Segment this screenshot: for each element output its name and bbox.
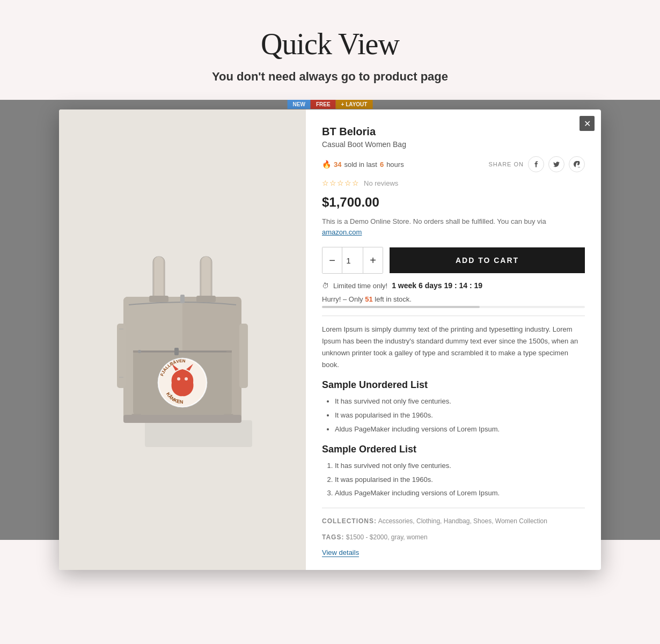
list-item: It was popularised in the 1960s. [335, 410, 585, 421]
share-facebook-button[interactable] [528, 156, 544, 172]
product-content-panel: BT Beloria Casual Boot Women Bag 🔥 34 so… [306, 109, 601, 570]
view-details-link[interactable]: View details [322, 548, 359, 557]
product-meta-row: 🔥 34 sold in last 6 hours SHARE ON [322, 156, 585, 172]
svg-point-23 [177, 377, 180, 380]
list-item: It has survived not only five centuries. [335, 460, 585, 472]
product-image: FJÄLLRÄVEN KÅNKEN [59, 109, 306, 570]
svg-rect-17 [239, 324, 248, 388]
no-reviews-text: No reviews [364, 179, 398, 187]
stock-fill [322, 306, 480, 308]
stock-row: Hurry! – Only 51 left in stock. [322, 295, 585, 308]
collections-label: COLLECTIONS: [322, 517, 377, 525]
sold-text: sold in last [344, 160, 377, 169]
page-header: Quick View You don't need always go to p… [0, 0, 660, 100]
timer-value: 1 week 6 days 19 : 14 : 19 [392, 281, 482, 290]
tab-badge-new[interactable]: NEW [288, 100, 311, 109]
sold-hours-unit: hours [386, 160, 404, 169]
list-item: Aldus PageMaker including versions of Lo… [335, 424, 585, 435]
tab-badge-layout[interactable]: + LAYOUT [336, 100, 373, 109]
demo-notice: This is a Demo Online Store. No orders s… [322, 216, 585, 237]
background-strip: NEW FREE + LAYOUT ✕ [0, 100, 660, 540]
list-item: It was popularised in the 1960s. [335, 474, 585, 486]
svg-point-24 [185, 377, 188, 380]
svg-rect-11 [202, 257, 210, 302]
tags-label: TAGS: [322, 533, 344, 541]
svg-rect-7 [174, 348, 179, 355]
star-rating: ☆☆☆☆☆ [322, 179, 360, 187]
share-pinterest-button[interactable] [569, 156, 585, 172]
share-twitter-button[interactable] [548, 156, 564, 172]
sold-hours: 6 [380, 160, 384, 169]
svg-rect-0 [145, 420, 252, 447]
quantity-input[interactable] [342, 247, 363, 273]
stock-text: Hurry! – Only 51 left in stock. [322, 295, 585, 303]
modal-close-button[interactable]: ✕ [580, 116, 595, 131]
tab-badges: NEW FREE + LAYOUT [288, 100, 373, 109]
svg-rect-20 [180, 295, 185, 303]
stock-count: 51 [365, 295, 372, 303]
sold-count: 34 [334, 160, 341, 169]
ordered-list: It has survived not only five centuries.… [322, 460, 585, 499]
share-label: SHARE ON [489, 161, 524, 167]
page-title: Quick View [11, 27, 649, 61]
fire-icon: 🔥 [322, 160, 331, 169]
quick-view-modal: ✕ [59, 109, 601, 570]
quantity-decrease-button[interactable]: − [322, 247, 342, 273]
page-subtitle: You don't need always go to product page [11, 70, 649, 84]
unordered-list-heading: Sample Unordered List [322, 379, 585, 391]
backpack-illustration: FJÄLLRÄVEN KÅNKEN [91, 227, 274, 452]
product-price: $1,700.00 [322, 195, 585, 210]
list-item: Aldus PageMaker including versions of Lo… [335, 488, 585, 499]
timer-row: ⏱ Limited time only! 1 week 6 days 19 : … [322, 281, 585, 290]
sold-info: 🔥 34 sold in last 6 hours [322, 160, 404, 169]
svg-rect-27 [123, 415, 241, 423]
add-to-cart-button[interactable]: ADD TO CART [390, 247, 585, 273]
timer-label: Limited time only! [333, 282, 387, 290]
divider-2 [322, 508, 585, 508]
product-brand: BT Beloria [322, 126, 585, 138]
amazon-link[interactable]: amazon.com [322, 228, 362, 236]
unordered-list: It has survived not only five centuries.… [322, 396, 585, 435]
product-name: Casual Boot Women Bag [322, 140, 585, 149]
tags-row: TAGS: $1500 - $2000, gray, women [322, 532, 585, 544]
svg-rect-13 [196, 296, 216, 302]
clock-icon: ⏱ [322, 282, 329, 290]
collections-row: COLLECTIONS: Accessories, Clothing, Hand… [322, 516, 585, 528]
tab-badge-free[interactable]: FREE [311, 100, 336, 109]
quantity-increase-button[interactable]: + [363, 247, 383, 273]
collections-values: Accessories, Clothing, Handbag, Shoes, W… [378, 517, 547, 525]
divider [322, 316, 585, 316]
share-section: SHARE ON [489, 156, 585, 172]
svg-rect-14 [117, 324, 126, 388]
rating-row: ☆☆☆☆☆ No reviews [322, 179, 585, 187]
ordered-list-heading: Sample Ordered List [322, 444, 585, 455]
svg-rect-12 [149, 296, 168, 302]
quantity-control: − + [322, 247, 383, 274]
product-image-panel: FJÄLLRÄVEN KÅNKEN [59, 109, 306, 570]
svg-point-6 [138, 350, 141, 353]
product-description: Lorem Ipsum is simply dummy text of the … [322, 324, 585, 371]
add-to-cart-row: − + ADD TO CART [322, 247, 585, 274]
stock-progress-bar [322, 306, 585, 308]
svg-rect-9 [155, 257, 163, 302]
list-item: It has survived not only five centuries. [335, 396, 585, 407]
tags-values: $1500 - $2000, gray, women [346, 533, 428, 541]
